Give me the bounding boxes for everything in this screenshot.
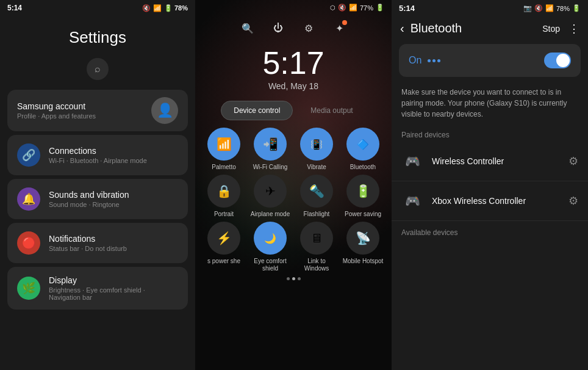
link-windows-icon: 🖥 (300, 222, 333, 255)
eye-comfort-icon: 🌙 (254, 222, 287, 255)
device-tabs: Device control Media output (195, 93, 392, 128)
stop-button[interactable]: Stop (542, 24, 560, 34)
connections-item[interactable]: 🔗 Connections Wi-Fi · Bluetooth · Airpla… (7, 135, 188, 175)
sounds-icon: 🔔 (17, 187, 40, 211)
wireless-controller-name: Wireless Controller (432, 156, 504, 166)
search-icon[interactable]: ⌕ (87, 58, 109, 80)
paired-devices-label: Paired devices (392, 126, 588, 142)
qs-bt-icon: ⬡ (330, 4, 335, 11)
settings-list: Samsung account Profile · Apps and featu… (0, 85, 195, 370)
tile-wifi-calling[interactable]: 📲 Wi-Fi Calling (249, 128, 292, 171)
sounds-item[interactable]: 🔔 Sounds and vibration Sound mode · Ring… (7, 179, 188, 219)
tile-airplane[interactable]: ✈ Airplane mode (249, 175, 292, 218)
bt-on-label: On (409, 55, 421, 66)
tile-eye-comfort-label: Eye comfort shield (249, 258, 292, 272)
clock-display: 5:17 Wed, May 18 (195, 41, 392, 93)
bt-status-time: 5:14 (399, 4, 415, 13)
avatar: 👤 (151, 97, 178, 124)
device-settings-icon-2[interactable]: ⚙ (568, 194, 578, 208)
gamepad-icon-1: 🎮 (401, 150, 423, 172)
flashlight-icon: 🔦 (300, 175, 333, 208)
bluetooth-toggle[interactable] (544, 53, 571, 68)
bt-camera-icon: 📷 (523, 4, 532, 12)
tile-hotspot[interactable]: 📡 Mobile Hotspot (342, 222, 384, 272)
notifications-button[interactable]: ✦ (330, 19, 348, 37)
page-dot-1 (287, 277, 290, 280)
qs-content: ⬡ 🔇 📶 77% 🔋 🔍 ⏻ ⚙ ✦ 5:17 Wed, May 18 Dev… (195, 0, 392, 370)
device-left: 🎮 Wireless Controller (401, 150, 504, 172)
quick-settings-panel: ⬡ 🔇 📶 77% 🔋 🔍 ⏻ ⚙ ✦ 5:17 Wed, May 18 Dev… (195, 0, 392, 370)
settings-title: Settings (0, 16, 195, 53)
media-output-tab[interactable]: Media output (298, 101, 365, 120)
search-bar: ⌕ (0, 53, 195, 85)
page-dot-2 (292, 277, 295, 280)
bluetooth-title: Bluetooth (411, 21, 462, 35)
tile-vibrate[interactable]: 📳 Vibrate (295, 128, 338, 171)
settings-panel: 5:14 🔇 📶 🔋 78% Settings ⌕ Samsung accoun… (0, 0, 195, 370)
power-share-icon: ⚡ (207, 222, 240, 255)
bt-header: ‹ Bluetooth Stop ⋮ (392, 16, 588, 40)
samsung-account-item[interactable]: Samsung account Profile · Apps and featu… (7, 90, 188, 131)
hotspot-icon: 📡 (346, 222, 379, 255)
clock-date: Wed, May 18 (195, 81, 392, 91)
bt-on-left: On (409, 55, 440, 66)
tile-bluetooth-label: Bluetooth (350, 164, 376, 171)
qs-status-bar: ⬡ 🔇 📶 77% 🔋 (195, 0, 392, 15)
tile-flashlight-label: Flashlight (304, 211, 330, 218)
tile-portrait-label: Portrait (214, 211, 234, 218)
tile-vibrate-label: Vibrate (307, 164, 326, 171)
mute-icon: 🔇 (142, 4, 151, 12)
bt-dot-1 (428, 59, 431, 62)
device-control-tab[interactable]: Device control (221, 101, 293, 120)
device-settings-icon-1[interactable]: ⚙ (568, 154, 578, 168)
power-saving-icon: 🔋 (346, 175, 379, 208)
settings-button[interactable]: ⚙ (299, 19, 318, 37)
samsung-account-name: Samsung account (17, 101, 96, 111)
notifications-item[interactable]: 🔴 Notifications Status bar · Do not dist… (7, 223, 188, 263)
tile-power-saving[interactable]: 🔋 Power saving (342, 175, 384, 218)
sounds-text: Sounds and vibration Sound mode · Ringto… (49, 190, 129, 208)
connections-icon: 🔗 (17, 143, 40, 167)
tile-power-saving-label: Power saving (345, 211, 381, 218)
wifi-calling-icon: 📲 (254, 128, 287, 161)
tile-portrait[interactable]: 🔒 Portrait (203, 175, 245, 218)
tile-hotspot-label: Mobile Hotspot (343, 258, 384, 265)
wireless-controller-item[interactable]: 🎮 Wireless Controller ⚙ (392, 142, 588, 181)
bt-info-text: Make sure the device you want to connect… (392, 81, 588, 126)
signal-icon: 📶 (153, 4, 162, 12)
notifications-label: Notifications (49, 234, 127, 244)
tile-flashlight[interactable]: 🔦 Flashlight (295, 175, 338, 218)
vibrate-icon: 📳 (300, 128, 333, 161)
gamepad-icon-2: 🎮 (401, 190, 423, 212)
tile-airplane-label: Airplane mode (251, 211, 290, 218)
connections-label: Connections (49, 146, 147, 156)
notifications-subtitle: Status bar · Do not disturb (49, 245, 127, 252)
more-options-button[interactable]: ⋮ (568, 22, 579, 35)
tile-bluetooth[interactable]: 🔷 Bluetooth (342, 128, 384, 171)
airplane-icon: ✈ (254, 175, 287, 208)
display-icon: 🌿 (17, 277, 40, 300)
xbox-controller-item[interactable]: 🎮 Xbox Wireless Controller ⚙ (392, 181, 588, 221)
bt-status-bar: 5:14 📷 🔇 📶 78% 🔋 (392, 0, 588, 16)
back-button[interactable]: ‹ (400, 21, 404, 35)
bt-dot-2 (432, 59, 436, 62)
tile-power-share[interactable]: ⚡ s power she (203, 222, 245, 272)
qs-battery-text: 77% (360, 4, 373, 12)
tile-wifi-calling-label: Wi-Fi Calling (253, 164, 288, 171)
tile-link-windows[interactable]: 🖥 Link to Windows (295, 222, 338, 272)
bt-dot-3 (437, 59, 440, 62)
tile-palmetto[interactable]: 📶 Palmetto (203, 128, 245, 171)
samsung-account-subtitle: Profile · Apps and features (17, 112, 96, 120)
tile-power-share-label: s power she (207, 258, 240, 265)
bt-header-right: Stop ⋮ (542, 22, 579, 35)
display-item[interactable]: 🌿 Display Brightness · Eye comfort shiel… (7, 267, 188, 310)
bt-battery-text: 78% (556, 5, 570, 12)
search-button[interactable]: 🔍 (238, 19, 257, 37)
power-button[interactable]: ⏻ (269, 19, 287, 37)
qs-battery-icon: 🔋 (376, 4, 384, 12)
display-subtitle: Brightness · Eye comfort shield · Naviga… (49, 286, 178, 301)
tile-eye-comfort[interactable]: 🌙 Eye comfort shield (249, 222, 292, 272)
notification-dot (342, 20, 347, 25)
bluetooth-icon: 🔷 (346, 128, 379, 161)
bt-mute-icon: 🔇 (534, 4, 543, 12)
